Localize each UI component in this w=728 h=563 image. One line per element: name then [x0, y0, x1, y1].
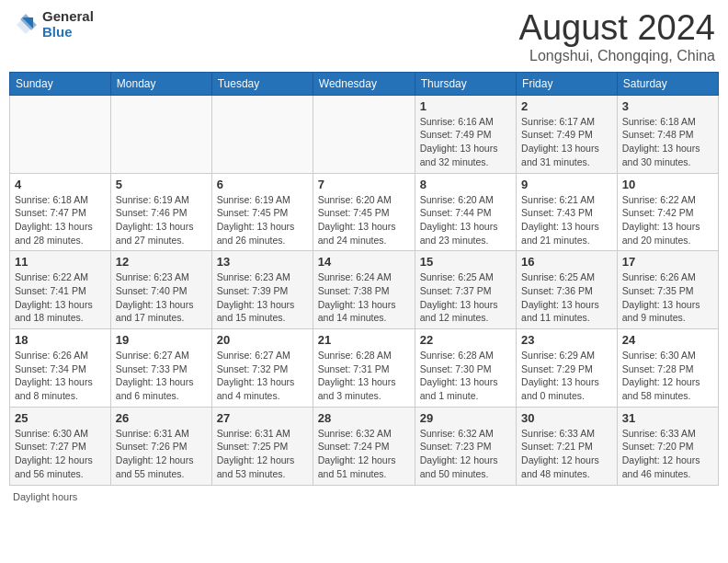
- day-number: 15: [420, 255, 511, 269]
- day-number: 23: [521, 333, 612, 347]
- day-info: Sunrise: 6:27 AM Sunset: 7:33 PM Dayligh…: [116, 349, 207, 403]
- day-info: Sunrise: 6:25 AM Sunset: 7:36 PM Dayligh…: [521, 270, 612, 325]
- day-number: 14: [318, 255, 410, 269]
- day-info: Sunrise: 6:33 AM Sunset: 7:21 PM Dayligh…: [521, 427, 612, 481]
- day-info: Sunrise: 6:20 AM Sunset: 7:44 PM Dayligh…: [420, 193, 511, 247]
- day-number: 31: [622, 411, 713, 425]
- calendar-cell: 21Sunrise: 6:28 AM Sunset: 7:31 PM Dayli…: [313, 329, 415, 408]
- weekday-header-sunday: Sunday: [10, 72, 111, 95]
- day-info: Sunrise: 6:18 AM Sunset: 7:47 PM Dayligh…: [15, 193, 106, 247]
- day-number: 21: [318, 333, 410, 347]
- weekday-header-friday: Friday: [517, 72, 618, 95]
- calendar-cell: [313, 95, 415, 173]
- calendar-table: SundayMondayTuesdayWednesdayThursdayFrid…: [9, 72, 719, 486]
- calendar-week-3: 11Sunrise: 6:22 AM Sunset: 7:41 PM Dayli…: [10, 251, 719, 329]
- footer: Daylight hours: [9, 491, 719, 502]
- calendar-cell: [211, 95, 313, 173]
- day-info: Sunrise: 6:25 AM Sunset: 7:37 PM Dayligh…: [420, 270, 511, 325]
- weekday-header-thursday: Thursday: [415, 72, 516, 95]
- calendar-cell: 23Sunrise: 6:29 AM Sunset: 7:29 PM Dayli…: [517, 329, 618, 408]
- day-info: Sunrise: 6:16 AM Sunset: 7:49 PM Dayligh…: [420, 115, 511, 169]
- calendar-cell: 4Sunrise: 6:18 AM Sunset: 7:47 PM Daylig…: [10, 173, 111, 251]
- calendar-cell: 13Sunrise: 6:23 AM Sunset: 7:39 PM Dayli…: [211, 251, 313, 329]
- calendar-cell: 24Sunrise: 6:30 AM Sunset: 7:28 PM Dayli…: [617, 329, 718, 408]
- day-info: Sunrise: 6:27 AM Sunset: 7:32 PM Dayligh…: [217, 349, 308, 403]
- weekday-header-tuesday: Tuesday: [211, 72, 313, 95]
- calendar-cell: 22Sunrise: 6:28 AM Sunset: 7:30 PM Dayli…: [415, 329, 516, 408]
- logo-icon: [13, 12, 39, 38]
- calendar-cell: 27Sunrise: 6:31 AM Sunset: 7:25 PM Dayli…: [211, 407, 313, 485]
- day-number: 11: [15, 255, 106, 269]
- calendar-cell: 17Sunrise: 6:26 AM Sunset: 7:35 PM Dayli…: [617, 251, 718, 329]
- day-number: 24: [622, 333, 713, 347]
- day-number: 17: [622, 255, 713, 269]
- calendar-cell: 18Sunrise: 6:26 AM Sunset: 7:34 PM Dayli…: [10, 329, 111, 408]
- day-number: 1: [420, 99, 511, 113]
- day-number: 25: [15, 411, 106, 425]
- day-info: Sunrise: 6:31 AM Sunset: 7:25 PM Dayligh…: [217, 427, 308, 481]
- day-info: Sunrise: 6:21 AM Sunset: 7:43 PM Dayligh…: [521, 193, 612, 247]
- calendar-cell: 3Sunrise: 6:18 AM Sunset: 7:48 PM Daylig…: [617, 95, 718, 173]
- calendar-cell: 11Sunrise: 6:22 AM Sunset: 7:41 PM Dayli…: [10, 251, 111, 329]
- daylight-label: Daylight hours: [13, 491, 77, 502]
- calendar-cell: 1Sunrise: 6:16 AM Sunset: 7:49 PM Daylig…: [415, 95, 516, 173]
- weekday-header-wednesday: Wednesday: [313, 72, 415, 95]
- day-number: 3: [622, 99, 713, 113]
- day-info: Sunrise: 6:28 AM Sunset: 7:30 PM Dayligh…: [420, 349, 511, 403]
- header: General Blue August 2024 Longshui, Chong…: [9, 9, 719, 64]
- calendar-cell: [10, 95, 111, 173]
- day-number: 30: [521, 411, 612, 425]
- day-info: Sunrise: 6:31 AM Sunset: 7:26 PM Dayligh…: [116, 427, 207, 481]
- day-number: 27: [217, 411, 308, 425]
- day-info: Sunrise: 6:29 AM Sunset: 7:29 PM Dayligh…: [521, 349, 612, 403]
- calendar-week-5: 25Sunrise: 6:30 AM Sunset: 7:27 PM Dayli…: [10, 407, 719, 485]
- day-number: 6: [217, 178, 308, 191]
- calendar-cell: 30Sunrise: 6:33 AM Sunset: 7:21 PM Dayli…: [517, 407, 618, 485]
- day-number: 29: [420, 411, 511, 425]
- logo-text: General Blue: [42, 9, 94, 40]
- day-info: Sunrise: 6:22 AM Sunset: 7:42 PM Dayligh…: [622, 193, 713, 247]
- day-number: 10: [622, 178, 713, 191]
- calendar-subtitle: Longshui, Chongqing, China: [519, 48, 715, 64]
- day-info: Sunrise: 6:23 AM Sunset: 7:39 PM Dayligh…: [217, 270, 308, 325]
- weekday-header-row: SundayMondayTuesdayWednesdayThursdayFrid…: [10, 72, 719, 95]
- day-number: 28: [318, 411, 410, 425]
- day-number: 9: [521, 178, 612, 191]
- day-number: 19: [116, 333, 207, 347]
- day-info: Sunrise: 6:17 AM Sunset: 7:49 PM Dayligh…: [521, 115, 612, 169]
- day-number: 13: [217, 255, 308, 269]
- day-info: Sunrise: 6:19 AM Sunset: 7:46 PM Dayligh…: [116, 193, 207, 247]
- calendar-cell: [110, 95, 211, 173]
- calendar-cell: 5Sunrise: 6:19 AM Sunset: 7:46 PM Daylig…: [110, 173, 211, 251]
- calendar-cell: 20Sunrise: 6:27 AM Sunset: 7:32 PM Dayli…: [211, 329, 313, 408]
- day-info: Sunrise: 6:26 AM Sunset: 7:35 PM Dayligh…: [622, 270, 713, 325]
- calendar-week-2: 4Sunrise: 6:18 AM Sunset: 7:47 PM Daylig…: [10, 173, 719, 251]
- day-number: 20: [217, 333, 308, 347]
- calendar-cell: 29Sunrise: 6:32 AM Sunset: 7:23 PM Dayli…: [415, 407, 516, 485]
- calendar-week-4: 18Sunrise: 6:26 AM Sunset: 7:34 PM Dayli…: [10, 329, 719, 408]
- day-number: 22: [420, 333, 511, 347]
- day-number: 26: [116, 411, 207, 425]
- calendar-cell: 19Sunrise: 6:27 AM Sunset: 7:33 PM Dayli…: [110, 329, 211, 408]
- calendar-cell: 31Sunrise: 6:33 AM Sunset: 7:20 PM Dayli…: [617, 407, 718, 485]
- calendar-cell: 16Sunrise: 6:25 AM Sunset: 7:36 PM Dayli…: [517, 251, 618, 329]
- calendar-title: August 2024: [519, 9, 715, 48]
- weekday-header-saturday: Saturday: [617, 72, 718, 95]
- calendar-cell: 10Sunrise: 6:22 AM Sunset: 7:42 PM Dayli…: [617, 173, 718, 251]
- day-info: Sunrise: 6:32 AM Sunset: 7:23 PM Dayligh…: [420, 427, 511, 481]
- calendar-cell: 15Sunrise: 6:25 AM Sunset: 7:37 PM Dayli…: [415, 251, 516, 329]
- day-number: 18: [15, 333, 106, 347]
- calendar-body: 1Sunrise: 6:16 AM Sunset: 7:49 PM Daylig…: [10, 95, 719, 485]
- calendar-cell: 6Sunrise: 6:19 AM Sunset: 7:45 PM Daylig…: [211, 173, 313, 251]
- logo-blue-text: Blue: [42, 25, 94, 40]
- day-number: 12: [116, 255, 207, 269]
- day-number: 5: [116, 178, 207, 191]
- day-number: 16: [521, 255, 612, 269]
- day-info: Sunrise: 6:19 AM Sunset: 7:45 PM Dayligh…: [217, 193, 308, 247]
- day-info: Sunrise: 6:30 AM Sunset: 7:28 PM Dayligh…: [622, 349, 713, 403]
- day-info: Sunrise: 6:33 AM Sunset: 7:20 PM Dayligh…: [622, 427, 713, 481]
- day-info: Sunrise: 6:28 AM Sunset: 7:31 PM Dayligh…: [318, 349, 410, 403]
- title-area: August 2024 Longshui, Chongqing, China: [519, 9, 715, 64]
- calendar-cell: 7Sunrise: 6:20 AM Sunset: 7:45 PM Daylig…: [313, 173, 415, 251]
- day-number: 2: [521, 99, 612, 113]
